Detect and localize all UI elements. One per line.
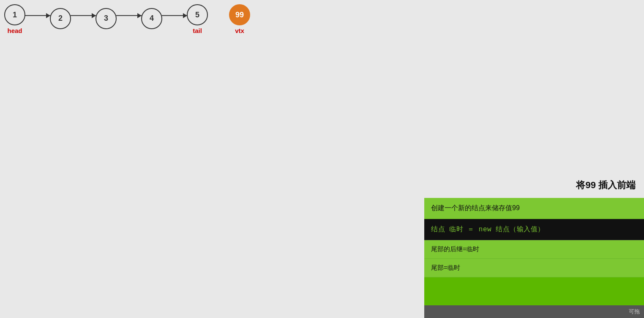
node-5: 5 <box>187 4 208 25</box>
insert-title: 将99 插入前端 <box>424 175 644 196</box>
arrow-4-5 <box>162 15 187 16</box>
step-1-create-node: 创建一个新的结点来储存值99 <box>424 198 644 219</box>
arrow-1-2 <box>25 15 50 16</box>
node-1-label: head <box>7 27 22 34</box>
arrow-3-4 <box>116 15 142 16</box>
bottom-bar: 可拖 <box>424 305 644 318</box>
step-4-tail-assign: 尾部=临时 <box>424 259 644 277</box>
node-2: 2 <box>50 8 71 29</box>
node-4: 4 <box>141 8 162 29</box>
vtx-node: 99 <box>229 4 250 25</box>
vtx-label: vtx <box>235 27 244 34</box>
node-group-5: 5 tail <box>187 4 208 34</box>
node-group-3: 3 <box>96 8 117 31</box>
vtx-group: 99 vtx <box>229 4 250 34</box>
arrow-2-3 <box>71 15 96 16</box>
node-row: 1 head 2 3 4 <box>4 4 250 34</box>
right-panel: 将99 插入前端 创建一个新的结点来储存值99 结点 临时 ＝ new 结点（输… <box>424 175 644 318</box>
step-3-tail-next: 尾部的后继=临时 <box>424 240 644 259</box>
node-group-4: 4 <box>141 8 162 31</box>
node-3: 3 <box>96 8 117 29</box>
step-2-code-line: 结点 临时 ＝ new 结点（输入值） <box>424 219 644 240</box>
node-1: 1 <box>4 4 25 25</box>
linked-list-area: 1 head 2 3 4 <box>4 4 250 34</box>
node-group-1: 1 head <box>4 4 25 34</box>
panel-body: 创建一个新的结点来储存值99 结点 临时 ＝ new 结点（输入值） 尾部的后继… <box>424 198 644 318</box>
bottom-bar-text: 可拖 <box>629 308 640 315</box>
node-5-label: tail <box>193 27 202 34</box>
node-group-2: 2 <box>50 8 71 31</box>
